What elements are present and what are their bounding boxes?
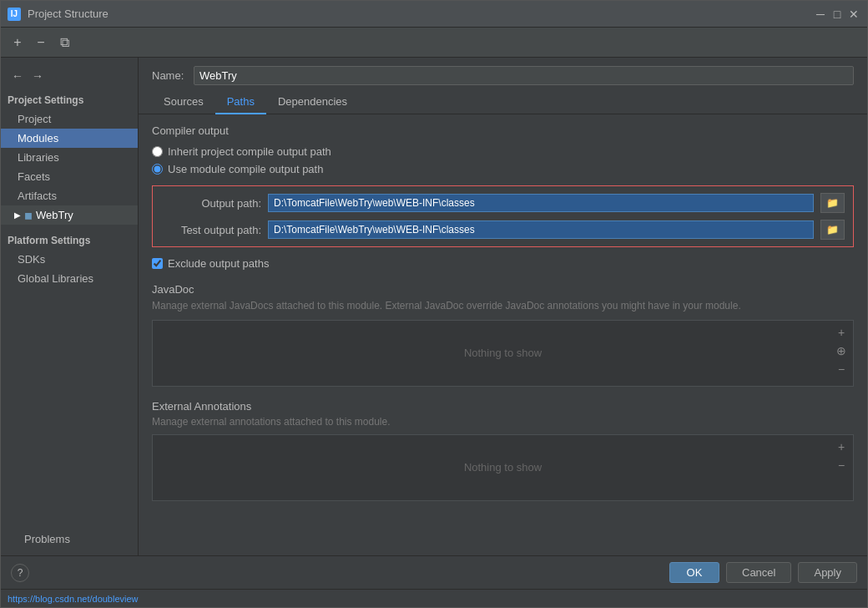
copy-button[interactable]: ⧉	[54, 33, 74, 53]
exclude-checkbox-row: Exclude output paths	[152, 257, 854, 270]
test-output-path-label: Test output path:	[161, 224, 261, 236]
javadoc-remove-button[interactable]: −	[833, 361, 850, 377]
javadoc-description: Manage external JavaDocs attached to thi…	[152, 299, 854, 313]
radio-group: Inherit project compile output path Use …	[152, 145, 854, 175]
javadoc-panel: Nothing to show + ⊕ −	[152, 320, 854, 387]
name-row: Name:	[139, 58, 867, 90]
inherit-radio-item[interactable]: Inherit project compile output path	[152, 145, 854, 158]
sidebar-item-libraries[interactable]: Libraries	[1, 148, 138, 167]
project-settings-title: Project Settings	[1, 91, 138, 109]
output-path-row: Output path: 📁	[161, 193, 845, 213]
output-path-input[interactable]	[268, 194, 814, 212]
bottom-bar: ? OK Cancel Apply	[1, 555, 867, 589]
project-structure-window: IJ Project Structure ─ □ ✕ + − ⧉ ← → Pro…	[0, 0, 868, 608]
window-controls: ─ □ ✕	[814, 8, 860, 21]
tab-paths[interactable]: Paths	[215, 90, 266, 114]
name-label: Name:	[152, 69, 185, 82]
bottom-left: ?	[11, 564, 29, 582]
webtry-label: WebTry	[36, 209, 73, 221]
bottom-right: OK Cancel Apply	[669, 562, 857, 583]
exclude-checkbox-label: Exclude output paths	[168, 257, 269, 270]
javadoc-section: JavaDoc Manage external JavaDocs attache…	[152, 283, 854, 387]
paths-box: Output path: 📁 Test output path: 📁	[152, 185, 854, 247]
tabs-row: Sources Paths Dependencies	[139, 90, 867, 114]
ok-button[interactable]: OK	[669, 562, 719, 583]
sidebar-item-problems[interactable]: Problems	[8, 529, 131, 549]
test-output-path-browse-button[interactable]: 📁	[820, 220, 845, 240]
output-path-browse-button[interactable]: 📁	[820, 193, 845, 213]
external-annotations-section: External Annotations Manage external ann…	[152, 400, 854, 501]
javadoc-add-button[interactable]: +	[833, 324, 850, 341]
back-button[interactable]: ←	[8, 66, 28, 86]
remove-button[interactable]: −	[31, 33, 51, 53]
sidebar-item-artifacts[interactable]: Artifacts	[1, 186, 138, 205]
status-bar: https://blog.csdn.net/doubleview	[1, 589, 867, 607]
javadoc-title: JavaDoc	[152, 283, 854, 296]
sidebar-item-global-libraries[interactable]: Global Libraries	[1, 269, 138, 288]
output-path-label: Output path:	[161, 197, 261, 210]
use-module-radio-label: Use module compile output path	[168, 163, 323, 175]
use-module-radio-item[interactable]: Use module compile output path	[152, 163, 854, 175]
tree-expand-icon: ▶	[14, 210, 21, 220]
toolbar: + − ⧉	[1, 28, 867, 58]
external-annotations-title: External Annotations	[152, 400, 854, 413]
ext-annotations-remove-button[interactable]: −	[833, 457, 850, 474]
close-button[interactable]: ✕	[847, 8, 860, 21]
ext-annotations-actions: + −	[830, 435, 853, 477]
test-output-path-row: Test output path: 📁	[161, 220, 845, 240]
sidebar-item-project[interactable]: Project	[1, 109, 138, 129]
title-bar-left: IJ Project Structure	[8, 8, 108, 21]
inherit-radio[interactable]	[152, 146, 163, 157]
inherit-radio-label: Inherit project compile output path	[168, 145, 331, 158]
help-button[interactable]: ?	[11, 564, 29, 582]
maximize-button[interactable]: □	[830, 8, 844, 21]
title-bar: IJ Project Structure ─ □ ✕	[1, 1, 867, 28]
forward-button[interactable]: →	[28, 66, 48, 86]
external-annotations-panel: Nothing to show + −	[152, 434, 854, 501]
javadoc-empty-label: Nothing to show	[464, 347, 542, 359]
ext-annotations-add-button[interactable]: +	[833, 438, 850, 455]
module-icon: ◼	[24, 210, 33, 221]
tab-content: Compiler output Inherit project compile …	[139, 114, 867, 555]
minimize-button[interactable]: ─	[814, 8, 827, 21]
main-content: ← → Project Settings Project Modules Lib…	[1, 58, 867, 555]
sidebar-item-modules[interactable]: Modules	[1, 129, 138, 148]
status-url: https://blog.csdn.net/doubleview	[8, 594, 139, 604]
app-icon: IJ	[8, 8, 21, 21]
tab-sources[interactable]: Sources	[152, 90, 215, 114]
tab-dependencies[interactable]: Dependencies	[266, 90, 359, 114]
compiler-output-title: Compiler output	[152, 124, 854, 137]
apply-button[interactable]: Apply	[798, 562, 857, 583]
name-input[interactable]	[194, 66, 854, 85]
test-output-path-input[interactable]	[268, 220, 814, 239]
external-annotations-description: Manage external annotations attached to …	[152, 416, 854, 428]
javadoc-actions: + ⊕ −	[830, 321, 853, 381]
platform-settings-title: Platform Settings	[1, 231, 138, 250]
exclude-checkbox[interactable]	[152, 258, 163, 269]
sidebar: ← → Project Settings Project Modules Lib…	[1, 58, 139, 555]
right-panel: Name: Sources Paths Dependencies Compile…	[139, 58, 867, 555]
add-button[interactable]: +	[8, 33, 28, 53]
window-title: Project Structure	[28, 8, 108, 20]
ext-annotations-empty-label: Nothing to show	[464, 461, 542, 474]
sidebar-item-facets[interactable]: Facets	[1, 167, 138, 186]
sidebar-nav: ← →	[1, 64, 138, 88]
javadoc-add-url-button[interactable]: ⊕	[833, 342, 850, 359]
webtry-tree-node[interactable]: ▶ ◼ WebTry	[1, 205, 138, 225]
sidebar-item-sdks[interactable]: SDKs	[1, 250, 138, 269]
use-module-radio[interactable]	[152, 164, 163, 175]
cancel-button[interactable]: Cancel	[726, 562, 791, 583]
